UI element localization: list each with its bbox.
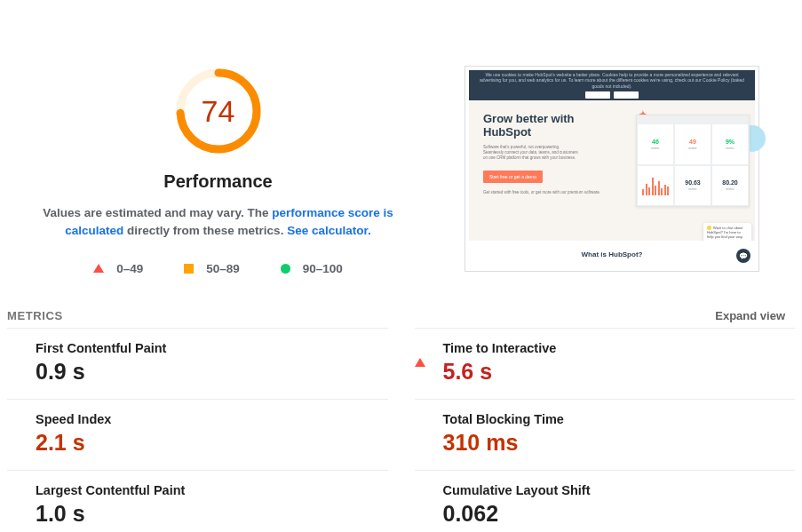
metric-name: Largest Contentful Paint [36,483,388,497]
metric-value: 5.6 s [443,359,796,385]
square-orange-icon [184,264,194,274]
metrics-heading: METRICS [7,309,63,322]
metric-row[interactable]: Speed Index2.1 s [7,399,388,470]
circle-green-icon [281,264,290,274]
legend-fail: 0–49 [93,262,143,275]
metric-row[interactable]: Largest Contentful Paint1.0 s [7,470,388,533]
score-legend: 0–49 50–89 90–100 [93,262,343,275]
performance-score: 74 [174,67,263,155]
legend-pass: 90–100 [281,262,343,275]
metrics-grid: First Contentful Paint0.9 sTime to Inter… [0,328,802,533]
expand-view-button[interactable]: Expand view [715,309,785,322]
metric-name: Cumulative Layout Shift [443,483,796,497]
metric-name: Time to Interactive [443,341,796,355]
metric-value: 310 ms [443,430,796,456]
metric-value: 2.1 s [36,430,388,456]
metric-value: 0.062 [443,501,796,527]
performance-gauge: 74 [174,67,263,155]
thumb-footer: What is HubSpot? 💬 [469,241,755,267]
performance-description: Values are estimated and may vary. The p… [41,204,396,241]
thumb-hero: Grow better withHubSpot Software that's … [469,100,755,241]
see-calculator-link[interactable]: See calculator. [287,224,371,237]
legend-average: 50–89 [184,262,240,275]
performance-title: Performance [163,171,272,192]
triangle-red-icon [415,343,425,367]
thumb-cta: Start free or get a demo [483,171,543,183]
thumb-cookie-banner: We use cookies to make HubSpot's website… [469,70,755,100]
metric-value: 1.0 s [36,501,388,527]
metric-row[interactable]: Time to Interactive5.6 s [415,328,796,399]
triangle-red-icon [93,264,104,273]
metric-row[interactable]: Cumulative Layout Shift0.062 [415,470,796,533]
thumb-dashboard: 46metric 49metric 9%metric 90.63metric 8… [636,115,750,207]
performance-summary: 74 Performance Values are estimated and … [7,9,429,275]
metric-name: Total Blocking Time [443,412,796,426]
chat-fab-icon: 💬 [736,249,750,263]
metric-row[interactable]: Total Blocking Time310 ms [415,399,796,470]
page-screenshot-thumbnail: We use cookies to make HubSpot's website… [465,66,759,272]
metric-value: 0.9 s [36,359,388,385]
metric-name: Speed Index [36,412,388,426]
metric-row[interactable]: First Contentful Paint0.9 s [7,328,388,399]
metric-name: First Contentful Paint [36,341,388,355]
